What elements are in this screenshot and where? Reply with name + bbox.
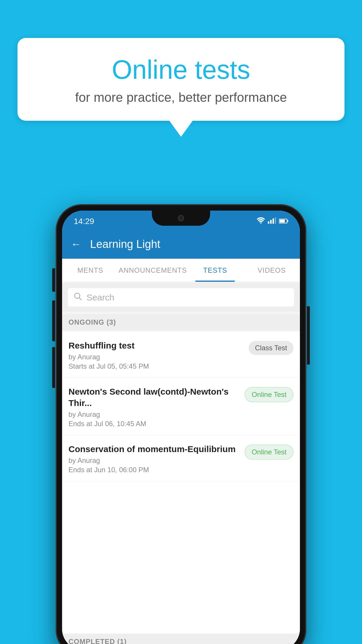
phone-notch (152, 211, 210, 226)
camera-icon (178, 215, 184, 221)
phone-button-power (307, 306, 310, 365)
test-badge-online: Online Test (245, 444, 294, 460)
wifi-icon (257, 217, 265, 225)
speech-bubble-container: Online tests for more practice, better p… (17, 38, 345, 137)
status-time: 14:29 (74, 217, 94, 226)
test-item-by: by Anurag (68, 410, 239, 419)
test-item-date: Ends at Jun 10, 06:00 PM (68, 466, 239, 474)
search-input[interactable]: Search (68, 288, 294, 307)
tab-ments[interactable]: MENTS (62, 259, 119, 282)
test-item-by: by Anurag (68, 353, 243, 361)
test-item-newtons[interactable]: Newton's Second law(contd)-Newton's Thir… (62, 378, 300, 435)
test-list: Reshuffling test by Anurag Starts at Jul… (62, 332, 300, 644)
svg-rect-4 (275, 217, 276, 224)
phone-button-volume-up (52, 268, 55, 292)
test-badge-online: Online Test (245, 387, 294, 402)
test-item-reshuffling[interactable]: Reshuffling test by Anurag Starts at Jul… (62, 332, 300, 378)
test-item-name: Conservation of momentum-Equilibrium (68, 443, 239, 455)
test-item-name: Reshuffling test (68, 340, 243, 351)
phone-button-extra (52, 347, 55, 388)
test-item-info: Newton's Second law(contd)-Newton's Thir… (68, 386, 245, 428)
speech-bubble: Online tests for more practice, better p… (17, 38, 345, 121)
battery-icon (279, 217, 288, 225)
speech-bubble-subtitle: for more practice, better performance (38, 90, 324, 105)
svg-line-9 (79, 298, 81, 300)
test-item-date: Starts at Jul 05, 05:45 PM (68, 362, 243, 370)
tab-tests[interactable]: TESTS (187, 259, 243, 282)
svg-rect-7 (287, 220, 288, 222)
back-button[interactable]: ← (71, 238, 81, 250)
svg-rect-6 (280, 220, 285, 223)
search-bar: Search (62, 283, 300, 312)
section-completed-label: COMPLETED (1) (62, 634, 300, 644)
speech-bubble-arrow (169, 121, 193, 137)
search-placeholder: Search (87, 293, 114, 302)
test-item-by: by Anurag (68, 456, 239, 465)
svg-rect-3 (273, 218, 274, 224)
tab-videos[interactable]: VIDEOS (243, 259, 300, 282)
section-ongoing-label: ONGOING (3) (62, 314, 300, 330)
search-icon (74, 292, 82, 302)
test-item-info: Reshuffling test by Anurag Starts at Jul… (68, 340, 249, 370)
test-item-conservation[interactable]: Conservation of momentum-Equilibrium by … (62, 435, 300, 481)
test-badge-class: Class Test (249, 341, 294, 355)
svg-rect-1 (268, 221, 269, 224)
tab-announcements[interactable]: ANNOUNCEMENTS (119, 259, 187, 282)
svg-rect-2 (270, 220, 272, 224)
signal-icon (268, 217, 276, 225)
app-bar: ← Learning Light (62, 230, 300, 259)
test-item-date: Ends at Jul 06, 10:45 AM (68, 420, 239, 428)
phone-button-volume-down (52, 300, 55, 341)
phone-mockup: 14:29 (56, 204, 306, 644)
status-icons (257, 217, 288, 225)
test-item-name: Newton's Second law(contd)-Newton's Thir… (68, 386, 239, 409)
phone-body: 14:29 (56, 204, 306, 644)
speech-bubble-title: Online tests (38, 55, 324, 84)
tabs-bar: MENTS ANNOUNCEMENTS TESTS VIDEOS (62, 259, 300, 282)
app-bar-title: Learning Light (90, 238, 160, 251)
phone-screen: 14:29 (62, 211, 300, 644)
test-item-info: Conservation of momentum-Equilibrium by … (68, 443, 245, 474)
svg-point-0 (260, 223, 261, 224)
